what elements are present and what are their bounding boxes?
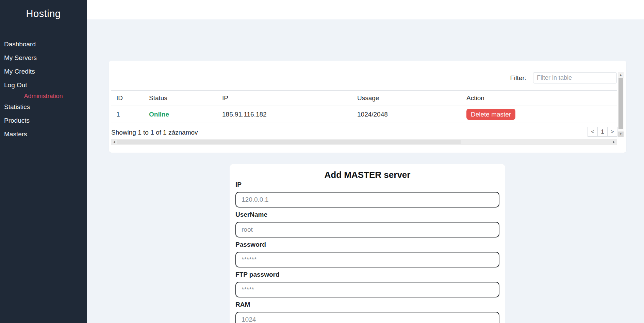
ip-field[interactable] xyxy=(235,192,499,207)
scroll-up-icon[interactable]: ▲ xyxy=(618,72,624,78)
status-badge: Online xyxy=(149,111,169,118)
ram-field[interactable] xyxy=(235,312,499,323)
pagination-prev-button[interactable]: < xyxy=(588,127,598,137)
sidebar-item-my-credits[interactable]: My Credits xyxy=(0,68,87,75)
username-field[interactable] xyxy=(235,222,499,237)
column-header-status: Status xyxy=(144,91,217,106)
sidebar-item-products[interactable]: Products xyxy=(0,117,87,124)
filter-label: Filter: xyxy=(510,74,527,82)
horizontal-scrollbar-thumb[interactable] xyxy=(117,140,461,144)
pagination: < 1 > xyxy=(588,127,617,137)
add-master-form-card: Add MASTER server IP UserName Password F… xyxy=(230,164,505,323)
sidebar-item-my-servers[interactable]: My Servers xyxy=(0,54,87,62)
cell-ip: 185.91.116.182 xyxy=(217,106,352,123)
delete-master-button[interactable]: Delete master xyxy=(466,109,515,120)
sidebar-nav: Dashboard My Servers My Credits Log Out … xyxy=(0,20,87,138)
table-row: 1 Online 185.91.116.182 1024/2048 Delete… xyxy=(111,106,617,123)
column-header-action: Action xyxy=(461,91,617,106)
cell-usage: 1024/2048 xyxy=(352,106,461,123)
form-title: Add MASTER server xyxy=(235,169,499,180)
masters-table: ID Status IP Ussage Action 1 Online 185.… xyxy=(111,90,617,123)
form-group-ftp-password: FTP password xyxy=(235,271,499,297)
app-title: Hosting xyxy=(0,0,87,20)
sidebar-item-dashboard[interactable]: Dashboard xyxy=(0,41,87,48)
horizontal-scrollbar[interactable]: ◀ ▶ xyxy=(111,139,617,145)
table-summary: Showing 1 to 1 of 1 záznamov xyxy=(111,129,198,136)
form-group-ram: RAM xyxy=(235,301,499,323)
ram-label: RAM xyxy=(235,301,499,308)
ip-label: IP xyxy=(235,181,499,188)
column-header-id: ID xyxy=(111,91,144,106)
vertical-scrollbar-thumb[interactable] xyxy=(618,78,623,129)
vertical-scrollbar[interactable]: ▲ ▼ xyxy=(618,72,624,137)
scroll-right-icon[interactable]: ▶ xyxy=(611,139,617,145)
cell-id: 1 xyxy=(111,106,144,123)
username-label: UserName xyxy=(235,211,499,218)
ftp-password-label: FTP password xyxy=(235,271,499,278)
table-filter-row: Filter: xyxy=(510,72,617,83)
password-label: Password xyxy=(235,241,499,248)
masters-table-card: Filter: ID Status IP Ussage Action 1 Onl… xyxy=(109,61,626,153)
sidebar-item-masters[interactable]: Masters xyxy=(0,130,87,138)
form-group-ip: IP xyxy=(235,181,499,207)
sidebar: Hosting Dashboard My Servers My Credits … xyxy=(0,0,87,323)
top-bar xyxy=(87,0,644,19)
main-content: Filter: ID Status IP Ussage Action 1 Onl… xyxy=(87,19,644,323)
form-group-username: UserName xyxy=(235,211,499,237)
pagination-page-1-button[interactable]: 1 xyxy=(597,127,608,137)
sidebar-item-log-out[interactable]: Log Out xyxy=(0,81,87,89)
column-header-ip: IP xyxy=(217,91,352,106)
pagination-next-button[interactable]: > xyxy=(607,127,617,137)
sidebar-section-administration: Administration xyxy=(0,92,87,100)
scroll-left-icon[interactable]: ◀ xyxy=(111,139,117,145)
ftp-password-field[interactable] xyxy=(235,282,499,297)
form-group-password: Password xyxy=(235,241,499,267)
sidebar-item-statistics[interactable]: Statistics xyxy=(0,103,87,111)
column-header-ussage: Ussage xyxy=(352,91,461,106)
password-field[interactable] xyxy=(235,252,499,267)
table-header-row: ID Status IP Ussage Action xyxy=(111,91,617,106)
filter-input[interactable] xyxy=(533,72,617,83)
scroll-down-icon[interactable]: ▼ xyxy=(618,132,624,137)
